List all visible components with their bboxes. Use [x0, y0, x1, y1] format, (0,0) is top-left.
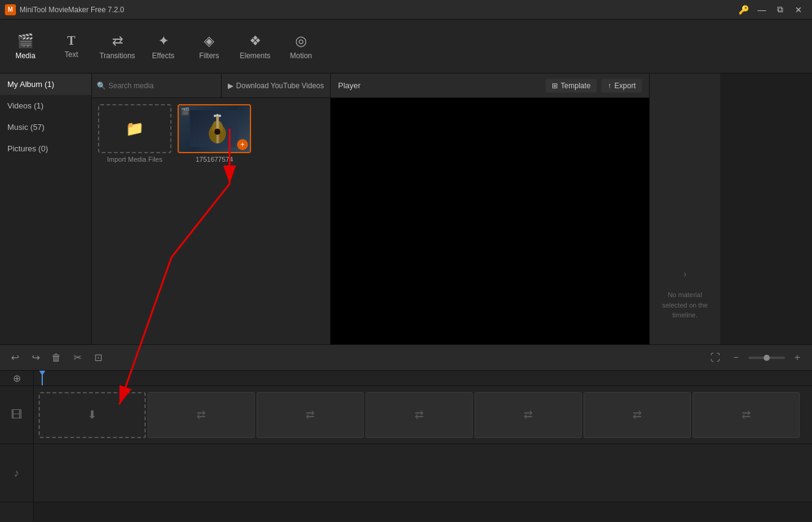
transition-icon-6: ⇄: [742, 408, 751, 422]
timeline-tools-left: ↩ ↪ 🗑 ✂ ⊡: [6, 349, 107, 366]
sidebar-item-videos[interactable]: Videos (1): [0, 95, 91, 116]
zoom-out-button[interactable]: －: [727, 349, 745, 366]
track-cell-6[interactable]: ⇄: [693, 392, 800, 438]
video-track-cells: ⬇ ⇄ ⇄ ⇄ ⇄: [39, 386, 802, 444]
search-input[interactable]: [108, 81, 216, 90]
toolbar-filters[interactable]: ◈ Filters: [186, 22, 232, 71]
export-button[interactable]: ↑ Export: [601, 79, 642, 93]
svg-point-8: [214, 129, 220, 135]
pin-button[interactable]: 🔑: [735, 3, 752, 17]
template-icon: ⊞: [552, 81, 558, 90]
track-cell-1[interactable]: ⇄: [148, 392, 255, 438]
filters-icon: ◈: [204, 33, 214, 49]
undo-button[interactable]: ↩: [6, 349, 23, 366]
media-icon: 🎬: [17, 33, 34, 49]
sidebar-item-my-album[interactable]: My Album (1): [0, 74, 91, 95]
zoom-handle[interactable]: [764, 355, 770, 361]
template-label: Template: [561, 81, 591, 90]
search-icon: 🔍: [97, 81, 106, 90]
delete-button[interactable]: 🗑: [48, 349, 65, 366]
minimize-button[interactable]: —: [753, 3, 770, 17]
audio-track-label: ♪: [0, 444, 33, 502]
video-filename: 1751677574: [195, 156, 233, 163]
fit-view-button[interactable]: ⛶: [707, 349, 724, 366]
titlebar: M MiniTool MovieMaker Free 7.2.0 🔑 — ⧉ ✕: [0, 0, 812, 20]
track-cell-2[interactable]: ⇄: [257, 392, 364, 438]
video-preview-image: [190, 110, 239, 147]
collapse-icon[interactable]: ›: [683, 269, 686, 279]
search-area[interactable]: 🔍: [92, 74, 222, 97]
app: M MiniTool MovieMaker Free 7.2.0 🔑 — ⧉ ✕…: [0, 0, 812, 522]
playhead-triangle: [39, 371, 45, 376]
toolbar-motion[interactable]: ◎ Motion: [278, 22, 324, 71]
download-label: Download YouTube Videos: [236, 81, 324, 90]
export-label: Export: [614, 81, 636, 90]
motion-icon: ◎: [295, 33, 307, 49]
toolbar-effects[interactable]: ✦ Effects: [140, 22, 186, 71]
video-thumbnail: 🎬 +: [178, 104, 251, 153]
timeline-ruler-area: ⬇ ⇄ ⇄ ⇄ ⇄: [34, 371, 812, 522]
video-indicator-icon: 🎬: [181, 107, 190, 116]
titlebar-left: M MiniTool MovieMaker Free 7.2.0: [5, 4, 124, 15]
download-youtube-button[interactable]: ▶ Download YouTube Videos: [222, 74, 330, 97]
player-header: Player ⊞ Template ↑ Export: [331, 74, 649, 98]
video-media-item[interactable]: 🎬 + 1751677574: [178, 104, 251, 163]
toolbar-media[interactable]: 🎬 Media: [2, 22, 48, 71]
add-to-timeline-button[interactable]: +: [237, 139, 248, 150]
svg-rect-4: [216, 115, 219, 129]
sidebar-item-pictures[interactable]: Pictures (0): [0, 138, 91, 159]
filters-label: Filters: [199, 51, 219, 60]
cut-button[interactable]: ✂: [69, 349, 86, 366]
add-track-icon[interactable]: ⊕: [13, 373, 21, 384]
effects-icon: ✦: [158, 33, 169, 49]
audio-track: [34, 444, 812, 502]
youtube-icon: ▶: [228, 81, 233, 90]
template-button[interactable]: ⊞ Template: [546, 79, 597, 93]
app-logo: M: [5, 4, 16, 15]
video-track: ⬇ ⇄ ⇄ ⇄ ⇄: [34, 386, 812, 444]
titlebar-controls: 🔑 — ⧉ ✕: [735, 3, 807, 17]
export-icon: ↑: [607, 81, 611, 90]
svg-point-9: [214, 115, 216, 117]
sidebar-item-music[interactable]: Music (57): [0, 116, 91, 138]
transitions-icon: ⇄: [112, 33, 123, 49]
elements-label: Elements: [239, 51, 270, 60]
no-material-text: No material selected on the timeline.: [650, 284, 720, 327]
toolbar-text[interactable]: T Text: [48, 22, 94, 71]
timeline-area: ⊕ 🎞 ♪: [0, 371, 812, 522]
toolbar-transitions[interactable]: ⇄ Transitions: [94, 22, 140, 71]
toolbar-elements[interactable]: ❖ Elements: [232, 22, 278, 71]
app-title: MiniTool MovieMaker Free 7.2.0: [20, 6, 124, 14]
motion-label: Motion: [290, 51, 312, 60]
track-cell-3[interactable]: ⇄: [366, 392, 473, 438]
playhead[interactable]: [42, 371, 43, 385]
transition-icon-4: ⇄: [524, 408, 533, 422]
close-button[interactable]: ✕: [790, 3, 807, 17]
effects-label: Effects: [152, 51, 174, 60]
timeline-tools-right: ⛶ － ＋: [707, 349, 806, 366]
transition-icon-2: ⇄: [306, 408, 315, 422]
import-label: Import Media Files: [107, 156, 162, 163]
transitions-label: Transitions: [99, 51, 135, 60]
zoom-slider[interactable]: [748, 357, 785, 359]
video-track-icon: 🎞: [11, 409, 22, 422]
svg-point-11: [219, 115, 221, 117]
restore-button[interactable]: ⧉: [772, 3, 789, 17]
player-actions: ⊞ Template ↑ Export: [546, 79, 642, 93]
track-cell-0[interactable]: ⬇: [39, 392, 146, 438]
zoom-in-button[interactable]: ＋: [789, 349, 806, 366]
crop-button[interactable]: ⊡: [89, 349, 107, 366]
elements-icon: ❖: [249, 33, 261, 49]
transition-icon-3: ⇄: [415, 408, 424, 422]
track-cell-4[interactable]: ⇄: [475, 392, 582, 438]
track-cell-5[interactable]: ⇄: [584, 392, 691, 438]
zoom-slider-area: [748, 357, 785, 359]
import-media-item[interactable]: 📁 Import Media Files: [98, 104, 171, 163]
folder-icon: 📁: [126, 120, 144, 137]
redo-button[interactable]: ↪: [27, 349, 44, 366]
audio-track-icon: ♪: [14, 467, 20, 480]
import-box[interactable]: 📁: [98, 104, 171, 153]
transition-icon-5: ⇄: [633, 408, 642, 422]
text-icon: T: [67, 34, 75, 48]
timeline-toolbar: ↩ ↪ 🗑 ✂ ⊡ ⛶ － ＋: [0, 345, 812, 371]
